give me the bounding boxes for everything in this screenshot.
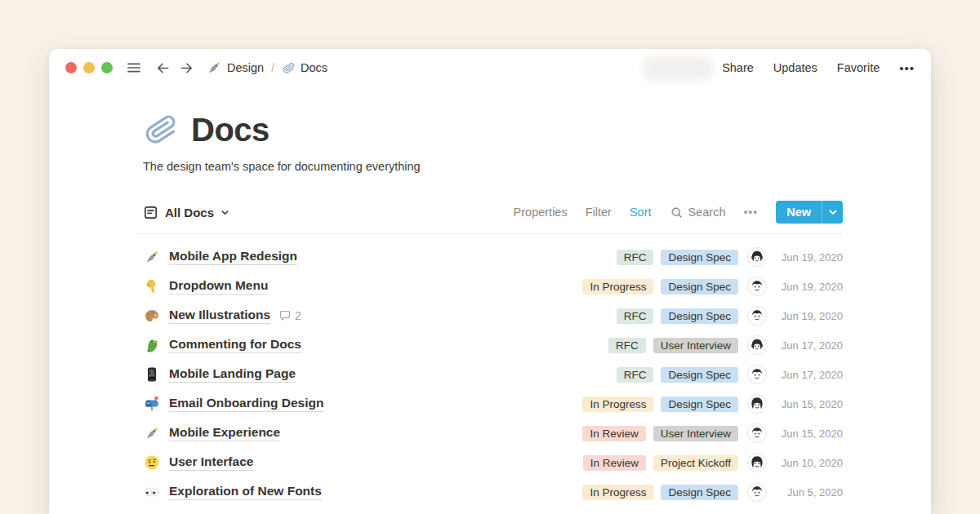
edited-date: Jun 19, 2020	[771, 251, 843, 264]
updates-button[interactable]: Updates	[773, 61, 817, 74]
toolbar-actions: Properties Filter Sort Search ••• New	[514, 201, 843, 224]
table-row[interactable]: Mobile App RedesignRFCDesign SpecJun 19,…	[137, 242, 843, 272]
table-row[interactable]: Commenting for DocsRFCUser InterviewJun …	[137, 330, 843, 360]
comment-bubble-icon	[278, 309, 292, 322]
new-button-label[interactable]: New	[776, 201, 822, 224]
breadcrumb-item-docs[interactable]: Docs	[282, 61, 327, 75]
status-tag: RFC	[608, 338, 646, 353]
titlebar-menu: Share Updates Favorite •••	[722, 61, 915, 75]
avatar	[748, 248, 766, 266]
type-tag: Design Spec	[661, 250, 738, 265]
share-button[interactable]: Share	[722, 61, 754, 74]
table-row[interactable]: Mobile Landing PageRFCDesign SpecJun 17,…	[137, 360, 843, 389]
table-row[interactable]: Email Onboarding DesignIn ProgressDesign…	[137, 389, 843, 419]
new-button[interactable]: New	[776, 201, 843, 224]
status-tag: In Review	[583, 455, 646, 471]
titlebar: Design / Docs Share Updates Favorite •••	[49, 49, 931, 86]
paintbrush-icon	[206, 60, 222, 76]
search-icon	[670, 206, 684, 219]
filter-button[interactable]: Filter	[586, 206, 612, 219]
type-tag: User Interview	[653, 426, 738, 441]
row-meta: In ReviewProject KickoffJun 10, 2020	[576, 454, 843, 472]
eyes-icon	[143, 483, 161, 501]
page-description: The design team's space for documenting …	[137, 160, 843, 173]
view-toolbar: All Docs Properties Filter Sort Search •…	[137, 201, 843, 234]
view-more-options-button[interactable]: •••	[743, 206, 758, 219]
new-button-chevron[interactable]	[822, 201, 843, 224]
view-selector-label: All Docs	[165, 206, 214, 219]
doc-title-link[interactable]: Mobile Experience	[169, 425, 280, 441]
edited-date: Jun 19, 2020	[771, 281, 843, 293]
paintbrush-icon	[143, 424, 161, 442]
type-tag: User Interview	[653, 338, 738, 353]
blurred-user-label	[642, 56, 714, 81]
type-tag: Design Spec	[661, 308, 738, 324]
more-options-button[interactable]: •••	[899, 61, 915, 75]
docs-list: Mobile App RedesignRFCDesign SpecJun 19,…	[137, 242, 843, 507]
properties-button[interactable]: Properties	[514, 206, 568, 219]
edited-date: Jun 19, 2020	[771, 310, 843, 322]
comment-count: 2	[278, 309, 301, 322]
pointing-down-icon	[143, 277, 161, 295]
mobile-phone-icon	[143, 366, 161, 383]
raised-eyebrow-icon	[143, 454, 161, 472]
mailbox-icon	[143, 395, 161, 413]
status-tag: In Review	[582, 426, 645, 441]
edited-date: Jun 10, 2020	[771, 457, 843, 469]
comment-count-value: 2	[295, 309, 301, 322]
avatar	[748, 395, 766, 413]
row-meta: RFCDesign SpecJun 19, 2020	[609, 307, 843, 325]
row-meta: In ProgressDesign SpecJun 15, 2020	[575, 395, 843, 413]
sort-button[interactable]: Sort	[630, 206, 652, 219]
doc-title-link[interactable]: Email Onboarding Design	[169, 396, 323, 412]
sidebar-menu-icon[interactable]	[126, 60, 142, 76]
back-arrow-icon[interactable]	[155, 60, 171, 76]
table-row[interactable]: Exploration of New FontsIn ProgressDesig…	[137, 477, 843, 507]
row-meta: RFCUser InterviewJun 17, 2020	[601, 336, 843, 354]
type-tag: Design Spec	[661, 367, 738, 383]
doc-title-link[interactable]: Mobile App Redesign	[169, 249, 297, 265]
avatar	[748, 483, 766, 501]
forward-arrow-icon[interactable]	[179, 60, 194, 76]
status-tag: In Progress	[582, 397, 653, 412]
avatar	[748, 424, 766, 442]
breadcrumb-separator: /	[271, 61, 274, 74]
page-title: Docs	[191, 112, 270, 148]
doc-title-link[interactable]: New Illustrations	[169, 308, 270, 324]
avatar	[748, 454, 766, 472]
chevron-down-icon	[220, 208, 229, 217]
table-row[interactable]: Dropdown MenuIn ProgressDesign SpecJun 1…	[137, 272, 843, 301]
traffic-lights	[65, 62, 113, 73]
search-button[interactable]: Search	[670, 206, 726, 219]
favorite-button[interactable]: Favorite	[837, 61, 880, 74]
type-tag: Design Spec	[661, 279, 738, 295]
doc-title-link[interactable]: User Interface	[169, 454, 253, 471]
avatar	[748, 336, 766, 354]
table-row[interactable]: User InterfaceIn ReviewProject KickoffJu…	[137, 448, 843, 477]
status-tag: RFC	[617, 308, 654, 324]
app-window: Design / Docs Share Updates Favorite •••…	[49, 49, 931, 514]
avatar	[748, 277, 766, 295]
edited-date: Jun 5, 2020	[771, 486, 843, 498]
doc-title-link[interactable]: Dropdown Menu	[169, 278, 268, 295]
close-window-button[interactable]	[65, 62, 77, 73]
edited-date: Jun 15, 2020	[771, 398, 843, 410]
type-tag: Design Spec	[661, 485, 738, 500]
row-meta: RFCDesign SpecJun 19, 2020	[609, 248, 843, 266]
paperclip-icon	[282, 61, 296, 75]
minimize-window-button[interactable]	[83, 62, 95, 73]
palette-icon	[143, 307, 161, 325]
table-row[interactable]: Mobile ExperienceIn ReviewUser Interview…	[137, 419, 843, 448]
page-header: Docs	[137, 111, 843, 148]
view-selector[interactable]: All Docs	[143, 205, 229, 220]
maximize-window-button[interactable]	[101, 62, 113, 73]
doc-title-link[interactable]: Commenting for Docs	[169, 337, 301, 353]
table-row[interactable]: New Illustrations2RFCDesign SpecJun 19, …	[137, 301, 843, 330]
doc-title-link[interactable]: Exploration of New Fonts	[169, 484, 322, 500]
type-tag: Project Kickoff	[653, 455, 738, 471]
type-tag: Design Spec	[661, 397, 738, 412]
breadcrumb-item-design[interactable]: Design	[206, 60, 264, 76]
edited-date: Jun 15, 2020	[771, 428, 843, 440]
paperclip-page-icon[interactable]	[142, 111, 180, 148]
doc-title-link[interactable]: Mobile Landing Page	[169, 366, 296, 383]
